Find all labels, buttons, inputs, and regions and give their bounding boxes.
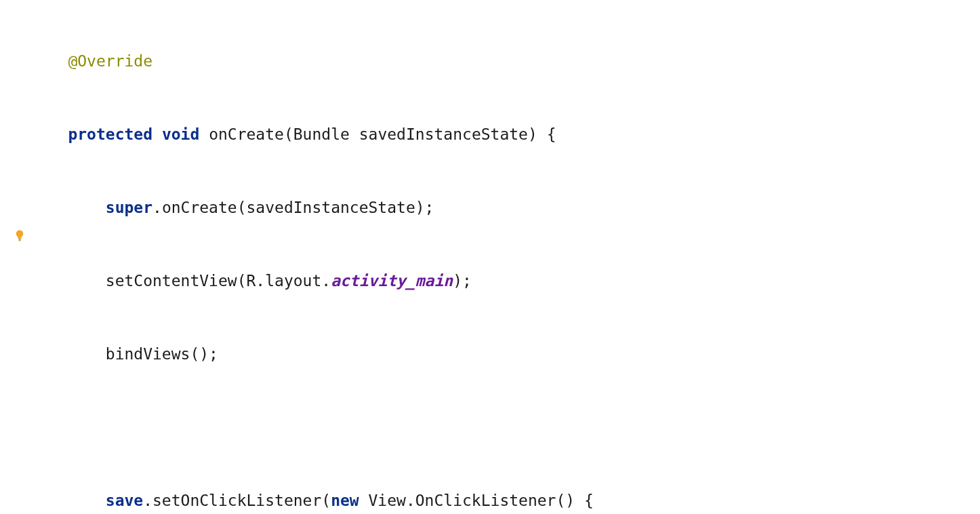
- code-line: save.setOnClickListener(new View.OnClick…: [30, 488, 980, 513]
- svg-rect-0: [18, 239, 22, 240]
- bulb-icon[interactable]: [14, 229, 26, 241]
- code-line: [30, 415, 980, 439]
- svg-rect-1: [19, 240, 21, 241]
- code-line: protected void onCreate(Bundle savedInst…: [30, 122, 980, 146]
- code-area[interactable]: @Override protected void onCreate(Bundle…: [30, 0, 980, 514]
- code-line: @Override: [30, 49, 980, 73]
- gutter: [0, 0, 30, 514]
- code-line: bindViews();: [30, 342, 980, 366]
- code-line: setContentView(R.layout.activity_main);: [30, 269, 980, 293]
- annotation: @Override: [68, 52, 152, 70]
- code-line: super.onCreate(savedInstanceState);: [30, 195, 980, 220]
